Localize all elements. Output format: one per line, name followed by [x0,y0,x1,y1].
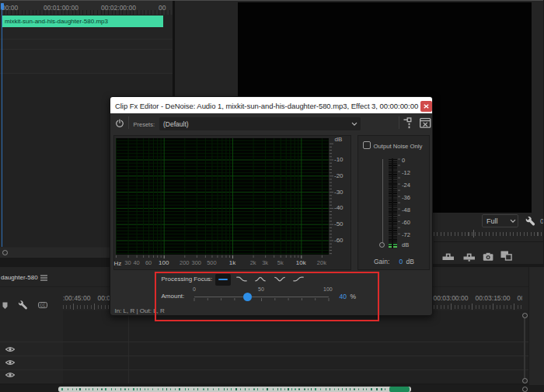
svg-text:CC: CC [40,302,46,307]
